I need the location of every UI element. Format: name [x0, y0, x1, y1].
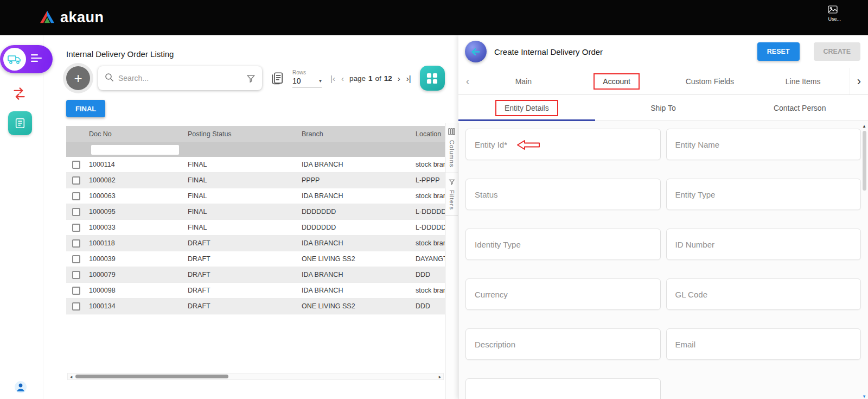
table-row[interactable]: 1000079 DRAFT IDA BRANCH DDD: [66, 267, 445, 283]
horizontal-scrollbar[interactable]: ◂ ▸: [67, 373, 444, 380]
row-checkbox[interactable]: [72, 271, 80, 279]
cell-location: stock branc: [412, 287, 445, 294]
duplicate-listing-icon[interactable]: [270, 71, 284, 85]
tab-custom-fields[interactable]: Custom Fields: [663, 68, 757, 94]
table-row[interactable]: 1000063 FINAL IDA BRANCH stock branc: [66, 188, 445, 204]
row-checkbox[interactable]: [72, 302, 80, 311]
table-row[interactable]: 1000098 DRAFT IDA BRANCH stock branc: [66, 283, 445, 299]
filters-toggle[interactable]: Filters: [445, 173, 458, 216]
row-checkbox[interactable]: [72, 161, 80, 169]
cell-posting-status: DRAFT: [184, 255, 298, 263]
table-row[interactable]: 1000114 FINAL IDA BRANCH stock branc: [66, 157, 445, 173]
vertical-scroll-thumb[interactable]: [863, 131, 866, 191]
row-checkbox[interactable]: [72, 239, 80, 248]
tabs-scroll-left-icon[interactable]: ‹: [458, 75, 477, 87]
cell-branch: IDA BRANCH: [298, 161, 412, 168]
row-checkbox[interactable]: [72, 255, 80, 263]
id-number-field[interactable]: ID Number: [666, 229, 861, 260]
table-side-tools: Columns Filters: [445, 123, 458, 399]
broken-image-icon: [828, 5, 838, 15]
row-checkbox[interactable]: [72, 287, 80, 295]
status-field[interactable]: Status: [465, 179, 661, 210]
rows-per-page-dropdown[interactable]: Rows 10 ▾: [292, 69, 322, 87]
brand-logo[interactable]: akaun: [39, 9, 104, 26]
create-panel-title: Create Internal Delivery Order: [494, 47, 750, 56]
topbar: akaun Use...: [0, 0, 868, 35]
current-page[interactable]: 1: [368, 74, 373, 83]
cell-location: stock branc: [412, 161, 445, 168]
table-row[interactable]: 1000033 FINAL DDDDDDD L-DDDDDD: [66, 220, 445, 236]
header-location[interactable]: Location: [412, 130, 445, 138]
last-page-button[interactable]: ›|: [406, 74, 412, 83]
scroll-down-icon[interactable]: ▾: [863, 394, 866, 399]
cell-branch: IDA BRANCH: [298, 287, 412, 294]
entity-id-field[interactable]: Entity Id*: [465, 129, 661, 160]
sidebar-icons: [8, 84, 32, 135]
row-checkbox[interactable]: [72, 192, 80, 200]
next-page-button[interactable]: ›: [397, 74, 401, 83]
first-page-button[interactable]: |‹: [330, 74, 336, 83]
cell-branch: DDDDDDD: [298, 224, 412, 231]
columns-toggle[interactable]: Columns: [445, 123, 458, 173]
tabs-scroll-right-icon[interactable]: ›: [850, 68, 868, 94]
search-filter-icon[interactable]: [246, 74, 256, 83]
row-checkbox[interactable]: [72, 176, 80, 185]
subtab-contact-person[interactable]: Contact Person: [731, 95, 868, 121]
rows-value: 10: [292, 77, 301, 85]
scroll-up-icon[interactable]: ▴: [863, 123, 866, 129]
create-button[interactable]: CREATE: [814, 42, 860, 61]
entity-type-field[interactable]: Entity Type: [666, 179, 861, 210]
prev-page-button[interactable]: ‹: [341, 74, 344, 83]
horizontal-scroll-thumb[interactable]: [75, 375, 228, 378]
vertical-scrollbar[interactable]: ▴ ▾: [861, 123, 867, 398]
delivery-module-pill[interactable]: [0, 45, 53, 73]
subtab-entity-details[interactable]: Entity Details: [458, 95, 595, 121]
filters-label: Filters: [449, 190, 455, 210]
scroll-left-icon[interactable]: ◂: [68, 374, 74, 379]
delivery-order-table: Doc No Posting Status Branch Location 10…: [66, 126, 445, 314]
search-input[interactable]: [118, 74, 242, 83]
cell-doc-no: 1000095: [86, 208, 184, 216]
row-checkbox[interactable]: [72, 208, 80, 216]
partial-field[interactable]: [465, 378, 661, 399]
user-avatar[interactable]: Use...: [828, 5, 841, 22]
user-profile-icon[interactable]: [14, 381, 27, 394]
cell-branch: DDDDDDD: [298, 208, 412, 216]
table-row[interactable]: 1000039 DRAFT ONE LIVING SS2 DAYANGTE: [66, 251, 445, 267]
cell-posting-status: DRAFT: [184, 239, 298, 247]
final-filter-chip[interactable]: FINAL: [66, 100, 105, 117]
row-checkbox[interactable]: [72, 224, 80, 232]
entity-name-field[interactable]: Entity Name: [666, 129, 861, 160]
plus-icon: +: [74, 71, 82, 85]
tab-main[interactable]: Main: [477, 68, 570, 94]
search-box: [98, 66, 262, 90]
currency-field[interactable]: Currency: [465, 278, 661, 310]
tab-account[interactable]: Account: [570, 68, 663, 94]
description-field[interactable]: Description: [465, 328, 661, 360]
header-doc-no[interactable]: Doc No: [86, 130, 184, 138]
scroll-right-icon[interactable]: ▸: [437, 374, 443, 379]
add-button[interactable]: +: [66, 66, 90, 90]
cell-doc-no: 1000082: [86, 176, 184, 184]
table-row[interactable]: 1000134 DRAFT ONE LIVING SS2 DDD: [66, 299, 445, 314]
doc-no-filter-input[interactable]: [91, 145, 179, 155]
form-module-icon[interactable]: [8, 111, 32, 135]
chevron-down-icon: ▾: [319, 78, 322, 84]
table-row[interactable]: 1000082 FINAL PPPP L-PPPP: [66, 173, 445, 188]
table-row[interactable]: 1000095 FINAL DDDDDDD L-DDDDDD: [66, 204, 445, 220]
search-icon: [105, 73, 114, 84]
table-row[interactable]: 1000118 DRAFT IDA BRANCH stock branc: [66, 236, 445, 251]
tab-line-items[interactable]: Line Items: [756, 68, 850, 94]
create-tabbar: ‹ Main Account Custom Fields Line Items …: [458, 68, 868, 95]
drawer-toggle-icon[interactable]: [31, 54, 42, 65]
header-branch[interactable]: Branch: [298, 130, 412, 138]
header-posting-status[interactable]: Posting Status: [184, 130, 298, 138]
back-button[interactable]: [465, 41, 487, 62]
transfer-icon[interactable]: [10, 84, 28, 103]
subtab-ship-to[interactable]: Ship To: [595, 95, 732, 121]
gl-code-field[interactable]: GL Code: [666, 278, 861, 310]
identity-type-field[interactable]: Identity Type: [465, 229, 661, 260]
reset-button[interactable]: RESET: [757, 42, 800, 61]
apps-grid-button[interactable]: [420, 66, 445, 91]
email-field[interactable]: Email: [666, 328, 861, 360]
